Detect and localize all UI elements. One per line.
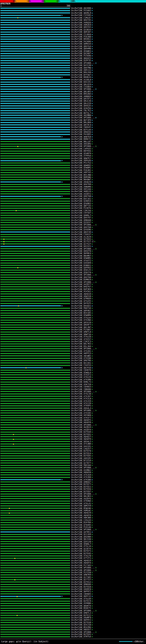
hit-label[interactable]: UniRef100_B3AYB4: [71, 522, 91, 524]
alignment-bar[interactable]: [0, 310, 70, 311]
alignment-bar[interactable]: [0, 206, 70, 206]
alignment-bar[interactable]: [0, 379, 70, 380]
hit-label[interactable]: UniRef100_B3TEC9: [71, 600, 91, 602]
alignment-bar[interactable]: [0, 288, 70, 290]
hit-label[interactable]: UniRef100_B8LL07: [71, 141, 91, 143]
alignment-bar[interactable]: [0, 365, 70, 366]
alignment-bar[interactable]: [0, 296, 70, 297]
hit-label[interactable]: UniRef100_UPI000...: [71, 274, 95, 276]
alignment-bar[interactable]: [0, 136, 61, 137]
hit-label[interactable]: UniRef100_Q6P9Y2: [71, 619, 91, 621]
hit-label[interactable]: UniRef100_UPI000...: [71, 410, 95, 412]
alignment-bar[interactable]: [0, 162, 70, 164]
hit-label[interactable]: UniRef100_Q0GF49: [71, 231, 91, 233]
alignment-bar[interactable]: [0, 198, 70, 199]
alignment-bar[interactable]: [0, 391, 70, 392]
hit-label[interactable]: UniRef100_A79XN4: [71, 500, 91, 502]
hit-label[interactable]: UniRef100_Q6W7E7: [71, 158, 91, 160]
hit-label[interactable]: UniRef100_UPI000...: [71, 145, 95, 147]
hit-label[interactable]: UniRef100_A7SL58: [71, 393, 91, 395]
alignment-bar[interactable]: [0, 627, 70, 628]
hit-label[interactable]: UniRef100_Q9W7K9: [71, 574, 91, 576]
alignment-bar[interactable]: [0, 86, 70, 87]
alignment-bar[interactable]: [0, 536, 70, 537]
hit-label[interactable]: UniRef100_B9RSN6: [71, 176, 91, 178]
hit-label[interactable]: UniRef100_A4ZDY7: [71, 284, 91, 286]
alignment-bar[interactable]: [0, 553, 70, 554]
alignment-bar[interactable]: [0, 374, 70, 375]
hit-label[interactable]: UniRef100_Q3U120: [71, 541, 91, 543]
alignment-bar[interactable]: [0, 420, 70, 420]
alignment-bar[interactable]: [0, 382, 70, 383]
alignment-bar[interactable]: [0, 622, 70, 623]
alignment-bar[interactable]: [0, 455, 70, 456]
alignment-bar[interactable]: [0, 22, 70, 23]
hit-label[interactable]: UniRef100_A7XLF0: [71, 555, 91, 557]
alignment-bar[interactable]: [0, 115, 70, 116]
hit-label[interactable]: UniRef100_Q3E0A9: [71, 262, 91, 264]
hit-label[interactable]: UniRef100_Q56WH3: [71, 50, 91, 52]
hit-label[interactable]: UniRef100_Q6W892: [71, 164, 91, 166]
alignment-bar[interactable]: [0, 415, 70, 416]
alignment-bar[interactable]: [0, 615, 70, 616]
hit-label[interactable]: UniRef100_C5GFX3: [71, 364, 91, 366]
alignment-bar[interactable]: [0, 600, 70, 602]
hit-label[interactable]: UniRef100_Q9BRL7: [71, 214, 91, 216]
alignment-bar[interactable]: [0, 27, 70, 28]
alignment-bar[interactable]: [0, 91, 70, 92]
alignment-bar[interactable]: [0, 210, 70, 211]
hit-label[interactable]: UniRef100_A791F7: [71, 417, 91, 419]
alignment-bar[interactable]: [0, 315, 70, 316]
alignment-bar[interactable]: [0, 555, 70, 556]
hit-label[interactable]: UniRef100_B3TEF7: [71, 484, 91, 486]
alignment-bar[interactable]: [0, 79, 70, 80]
hit-label[interactable]: UniRef100_C0H6D5: [71, 593, 91, 595]
hit-label[interactable]: UniRef100_B6T3P9: [71, 119, 91, 121]
alignment-bar[interactable]: [0, 526, 70, 528]
alignment-bar[interactable]: [0, 144, 70, 144]
alignment-bar[interactable]: [0, 539, 70, 540]
hit-label[interactable]: UniRef100_Q76V85: [71, 524, 91, 526]
hit-label[interactable]: UniRef100_A4ZDY4: [71, 429, 91, 431]
hit-label[interactable]: UniRef100_B5WLN4: [71, 508, 91, 510]
alignment-bar[interactable]: [0, 238, 70, 240]
hit-label[interactable]: UniRef100_P08734: [71, 307, 91, 309]
alignment-bar[interactable]: [0, 222, 70, 223]
hit-label[interactable]: UniRef100_UPI000...: [71, 88, 95, 90]
alignment-bar[interactable]: [0, 98, 70, 100]
hit-label[interactable]: UniRef100_Q7SZZ5: [71, 300, 91, 302]
alignment-bar[interactable]: [0, 400, 70, 402]
alignment-bar[interactable]: [0, 17, 70, 18]
alignment-bar[interactable]: [0, 41, 70, 42]
alignment-bar[interactable]: [0, 189, 70, 190]
alignment-bar[interactable]: [0, 370, 70, 371]
alignment-bar[interactable]: [0, 234, 70, 235]
alignment-bar[interactable]: [0, 470, 70, 470]
hit-label[interactable]: UniRef100_A79XP5: [71, 405, 91, 407]
alignment-bar[interactable]: [0, 203, 70, 204]
alignment-bar[interactable]: [0, 548, 70, 549]
hit-label[interactable]: UniRef100_P25696: [71, 55, 91, 57]
alignment-bar[interactable]: [0, 94, 70, 94]
alignment-bar[interactable]: [0, 153, 70, 154]
hit-label[interactable]: UniRef100_B4NL73: [71, 381, 91, 383]
hit-label[interactable]: UniRef100_B4P3K9: [71, 288, 91, 290]
alignment-bar[interactable]: [0, 150, 70, 152]
alignment-bar[interactable]: [0, 258, 70, 259]
alignment-bar[interactable]: [0, 44, 70, 44]
hit-label[interactable]: UniRef100_B8LQR0: [71, 122, 91, 124]
alignment-bar[interactable]: [0, 558, 70, 559]
alignment-bar[interactable]: [0, 176, 70, 178]
hit-label[interactable]: UniRef100_A7XJG9: [71, 474, 91, 476]
alignment-bar[interactable]: [0, 12, 70, 14]
alignment-bar[interactable]: [0, 174, 70, 176]
hit-label[interactable]: UniRef100_B3TEI2: [71, 614, 91, 616]
alignment-bar[interactable]: [0, 120, 70, 120]
hit-label[interactable]: UniRef100_C4P935: [71, 148, 91, 150]
hit-label[interactable]: UniRef100_C6H8U3: [71, 386, 91, 388]
alignment-bar[interactable]: [0, 432, 70, 433]
alignment-bar[interactable]: [0, 489, 70, 490]
alignment-bar[interactable]: [0, 282, 70, 282]
hit-label[interactable]: UniRef100_A6ZB19: [71, 426, 91, 428]
hit-label[interactable]: UniRef100_A7XJD8: [71, 476, 91, 478]
